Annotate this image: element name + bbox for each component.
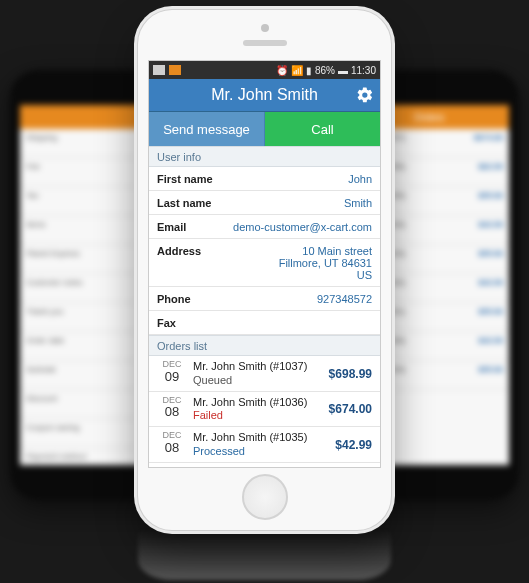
last-name-label: Last name [157,197,211,209]
order-main: Mr. John Smith (#1036)Failed [187,396,329,424]
row-address: Address 10 Main street Fillmore, UT 8463… [149,239,380,287]
order-date: DEC08 [157,396,187,420]
order-status: Queued [193,374,329,388]
order-date: DEC08 [157,431,187,455]
order-status: Processed [193,445,335,459]
order-main: Mr. John Smith (#1034) [187,467,372,469]
first-name-label: First name [157,173,213,185]
user-info-header: User info [149,146,380,167]
battery-percent: 86% [315,65,335,76]
battery-icon: ▬ [338,65,348,76]
first-name-value: John [348,173,372,185]
order-main: Mr. John Smith (#1035)Processed [187,431,335,459]
phone-label: Phone [157,293,191,305]
address-label: Address [157,245,201,257]
send-message-button[interactable]: Send message [149,112,265,146]
wifi-icon: 📶 [291,65,303,76]
order-title: Mr. John Smith (#1034) [193,467,307,469]
row-email: Email demo-customer@x-cart.com [149,215,380,239]
phone-top [138,10,391,60]
order-title: Mr. John Smith (#1036) [193,396,307,408]
speaker-slot [243,40,287,46]
page-title: Mr. John Smith [211,86,318,104]
address-value: 10 Main street Fillmore, UT 84631 US [279,245,372,281]
fax-label: Fax [157,317,176,329]
settings-button[interactable] [356,86,374,104]
phone-frame: ⏰ 📶 ▮ 86% ▬ 11:30 Mr. John Smith Send me… [138,10,391,530]
clock: 11:30 [351,65,376,76]
row-first-name: First name John [149,167,380,191]
action-bar: Send message Call [149,112,380,146]
order-row[interactable]: DEC08Mr. John Smith (#1036)Failed$674.00 [149,392,380,428]
status-bar: ⏰ 📶 ▮ 86% ▬ 11:30 [149,61,380,79]
signal-icon: ▮ [306,65,312,76]
orders-list-header: Orders list [149,335,380,356]
order-price: $42.99 [335,438,372,452]
order-row[interactable]: DEC08Mr. John Smith (#1035)Processed$42.… [149,427,380,463]
order-date: DEC09 [157,360,187,384]
order-title: Mr. John Smith (#1037) [193,360,307,372]
row-fax: Fax [149,311,380,335]
call-button[interactable]: Call [265,112,380,146]
order-main: Mr. John Smith (#1037)Queued [187,360,329,388]
email-label: Email [157,221,186,233]
notification-icon [153,65,165,75]
order-row[interactable]: DECMr. John Smith (#1034) [149,463,380,469]
order-title: Mr. John Smith (#1035) [193,431,307,443]
order-price: $698.99 [329,367,372,381]
notification-icon-2 [169,65,181,75]
order-row[interactable]: DEC09Mr. John Smith (#1037)Queued$698.99 [149,356,380,392]
camera-dot [261,24,269,32]
title-bar: Mr. John Smith [149,79,380,112]
gear-icon [356,86,374,104]
order-date: DEC [157,467,187,469]
home-button[interactable] [242,474,288,520]
row-phone: Phone 927348572 [149,287,380,311]
reflection [138,530,391,580]
screen: ⏰ 📶 ▮ 86% ▬ 11:30 Mr. John Smith Send me… [148,60,381,468]
last-name-value: Smith [344,197,372,209]
order-price: $674.00 [329,402,372,416]
alarm-icon: ⏰ [276,65,288,76]
row-last-name: Last name Smith [149,191,380,215]
order-status: Failed [193,409,329,423]
phone-value[interactable]: 927348572 [317,293,372,305]
email-value[interactable]: demo-customer@x-cart.com [233,221,372,233]
